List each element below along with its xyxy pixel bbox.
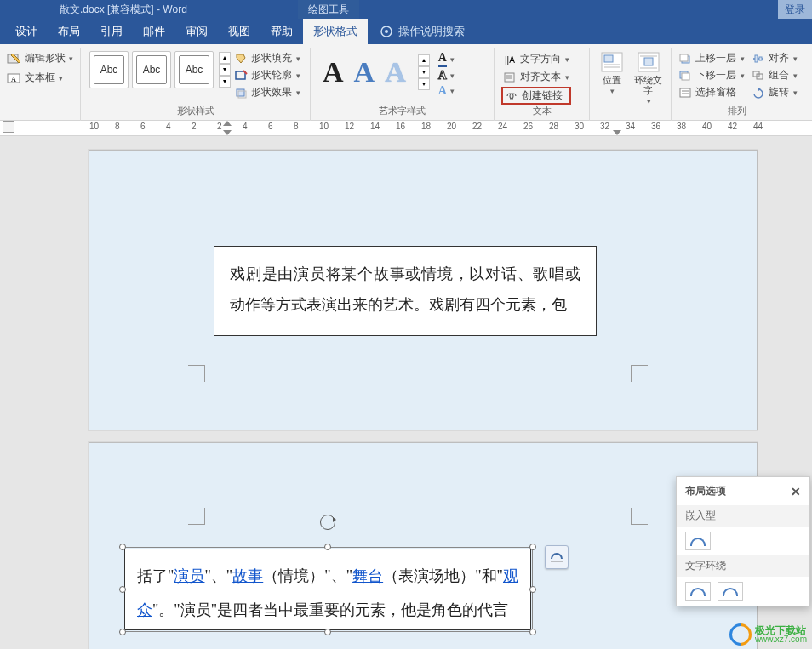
tab-review[interactable]: 审阅 bbox=[175, 19, 218, 44]
wrap-text-button[interactable]: 环绕文 字▾ bbox=[631, 49, 666, 107]
svg-rect-28 bbox=[755, 55, 758, 62]
svg-rect-24 bbox=[680, 88, 690, 97]
resize-handle[interactable] bbox=[529, 629, 536, 635]
link-actor[interactable]: 演员 bbox=[174, 567, 204, 584]
selected-text-box[interactable]: 括了"演员"、"故事（情境）"、"舞台（表演场地）"和"观众"。"演员"是四者当… bbox=[124, 549, 533, 630]
margin-guide-icon bbox=[631, 365, 648, 382]
gallery-more-icon[interactable]: ▾ bbox=[418, 78, 430, 90]
margin-guide-icon bbox=[188, 508, 205, 525]
svg-text:A: A bbox=[11, 75, 17, 83]
resize-handle[interactable] bbox=[119, 586, 126, 593]
ribbon: 编辑形状▾ A 文本框▾ Abc Abc Abc ▴ ▾ ▾ bbox=[0, 44, 812, 121]
svg-rect-13 bbox=[604, 55, 613, 62]
ribbon-tab-bar: 设计 布局 引用 邮件 审阅 视图 帮助 形状格式 操作说明搜索 bbox=[0, 19, 812, 44]
shape-style-3[interactable]: Abc bbox=[174, 51, 214, 88]
dropdown-icon: ▾ bbox=[59, 74, 63, 83]
group-label bbox=[595, 107, 666, 119]
position-button[interactable]: 位置▾ bbox=[597, 49, 627, 97]
shape-style-2[interactable]: Abc bbox=[132, 51, 171, 88]
shape-outline-button[interactable]: 形状轮廓▾ bbox=[234, 68, 300, 83]
gallery-more-icon[interactable]: ▾ bbox=[219, 76, 231, 88]
wrap-tight-option[interactable] bbox=[718, 582, 743, 601]
tab-shape-format[interactable]: 形状格式 bbox=[303, 19, 368, 44]
shape-style-1[interactable]: Abc bbox=[89, 51, 129, 88]
svg-rect-21 bbox=[680, 54, 688, 61]
selection-pane-button[interactable]: 选择窗格 bbox=[678, 85, 745, 100]
resize-handle[interactable] bbox=[324, 629, 331, 635]
tab-selector-icon[interactable] bbox=[3, 121, 14, 133]
text-direction-button[interactable]: ||A 文字方向▾ bbox=[501, 51, 571, 67]
svg-rect-17 bbox=[644, 58, 653, 65]
text-wrap-section-label: 文字环绕 bbox=[677, 555, 809, 577]
layout-options-button[interactable] bbox=[545, 545, 569, 569]
tell-me-icon[interactable] bbox=[375, 19, 398, 44]
svg-point-1 bbox=[385, 30, 388, 33]
svg-rect-23 bbox=[682, 73, 689, 80]
shape-style-gallery[interactable]: Abc Abc Abc ▴ ▾ ▾ bbox=[86, 48, 231, 88]
bring-forward-button[interactable]: 上移一层▾ bbox=[678, 51, 745, 65]
resize-handle[interactable] bbox=[324, 544, 331, 550]
tab-layout[interactable]: 布局 bbox=[48, 19, 90, 44]
wrap-square-option[interactable] bbox=[685, 582, 711, 601]
resize-handle[interactable] bbox=[529, 586, 536, 593]
wordart-style-3[interactable]: A bbox=[385, 56, 406, 88]
link-stage[interactable]: 舞台 bbox=[352, 567, 383, 584]
resize-handle[interactable] bbox=[529, 544, 536, 550]
create-link-button[interactable]: 创建链接 bbox=[501, 87, 571, 105]
linked-text-box-2[interactable]: 括了"演员"、"故事（情境）"、"舞台（表演场地）"和"观众"。"演员"是四者当… bbox=[124, 549, 531, 630]
wordart-style-1[interactable]: A bbox=[323, 56, 344, 88]
tab-references[interactable]: 引用 bbox=[90, 19, 133, 44]
svg-rect-6 bbox=[237, 89, 244, 96]
margin-guide-icon bbox=[631, 508, 648, 525]
rotate-button[interactable]: 旋转▾ bbox=[752, 85, 798, 100]
linked-text-box-1[interactable]: 戏剧是由演员将某个故事或情境，以对话、歌唱或动作等方式表演出来的艺术。戏剧有四个… bbox=[214, 246, 597, 336]
horizontal-ruler[interactable]: 1086422468101214161820222426283032343638… bbox=[0, 121, 812, 136]
send-backward-button[interactable]: 下移一层▾ bbox=[678, 68, 745, 83]
svg-rect-5 bbox=[236, 71, 245, 79]
selection-border bbox=[123, 547, 533, 632]
tell-me-search[interactable]: 操作说明搜索 bbox=[398, 19, 465, 44]
group-shape-styles-label: 形状样式 bbox=[86, 105, 305, 119]
wordart-gallery[interactable]: A A A ▴ ▾ ▾ bbox=[316, 48, 435, 90]
svg-rect-9 bbox=[505, 73, 514, 82]
align-text-button[interactable]: 对齐文本▾ bbox=[501, 69, 571, 85]
page-1: 戏剧是由演员将某个故事或情境，以对话、歌唱或动作等方式表演出来的艺术。戏剧有四个… bbox=[89, 150, 758, 430]
tab-mailings[interactable]: 邮件 bbox=[133, 19, 175, 44]
svg-text:||A: ||A bbox=[505, 55, 515, 65]
group-button[interactable]: 组合▾ bbox=[752, 68, 798, 83]
edit-shape-label: 编辑形状 bbox=[25, 51, 66, 65]
resize-handle[interactable] bbox=[119, 629, 126, 635]
tab-design[interactable]: 设计 bbox=[5, 19, 48, 44]
text-effects-button[interactable]: A▾ bbox=[438, 84, 455, 98]
margin-guide-icon bbox=[188, 365, 205, 382]
gallery-up-icon[interactable]: ▴ bbox=[418, 54, 430, 66]
resize-handle[interactable] bbox=[119, 544, 126, 550]
layout-options-title: 布局选项 bbox=[685, 484, 726, 498]
wordart-style-2[interactable]: A bbox=[354, 56, 375, 88]
wrap-inline-option[interactable] bbox=[685, 532, 711, 550]
group-text-label: 文本 bbox=[500, 105, 584, 119]
group-arrange-label: 排列 bbox=[677, 105, 798, 119]
text-fill-button[interactable]: A▾ bbox=[438, 51, 455, 67]
shape-effects-button[interactable]: 形状效果▾ bbox=[234, 85, 300, 100]
edit-shape-button[interactable]: 编辑形状▾ bbox=[7, 51, 73, 65]
text-box-button[interactable]: A 文本框▾ bbox=[7, 71, 73, 85]
close-icon[interactable]: ✕ bbox=[791, 485, 801, 498]
tab-help[interactable]: 帮助 bbox=[260, 19, 303, 44]
document-title: 散文.docx [兼容模式] - Word bbox=[60, 3, 187, 17]
dropdown-icon: ▾ bbox=[69, 54, 73, 63]
tab-view[interactable]: 视图 bbox=[218, 19, 260, 44]
align-button[interactable]: 对齐▾ bbox=[752, 51, 798, 65]
text-box-label: 文本框 bbox=[25, 71, 55, 85]
gallery-down-icon[interactable]: ▾ bbox=[219, 64, 231, 76]
gallery-up-icon[interactable]: ▴ bbox=[219, 52, 231, 64]
shape-fill-button[interactable]: 形状填充▾ bbox=[234, 51, 300, 65]
login-button[interactable]: 登录 bbox=[778, 0, 812, 19]
link-story[interactable]: 故事 bbox=[232, 567, 263, 584]
title-bar: 散文.docx [兼容模式] - Word 绘图工具 登录 bbox=[0, 0, 812, 19]
text-outline-button[interactable]: A▾ bbox=[438, 69, 455, 83]
svg-rect-29 bbox=[759, 57, 762, 60]
gallery-down-icon[interactable]: ▾ bbox=[418, 66, 430, 78]
contextual-tool-tab: 绘图工具 bbox=[298, 0, 359, 19]
rotate-handle-icon[interactable] bbox=[320, 515, 337, 532]
